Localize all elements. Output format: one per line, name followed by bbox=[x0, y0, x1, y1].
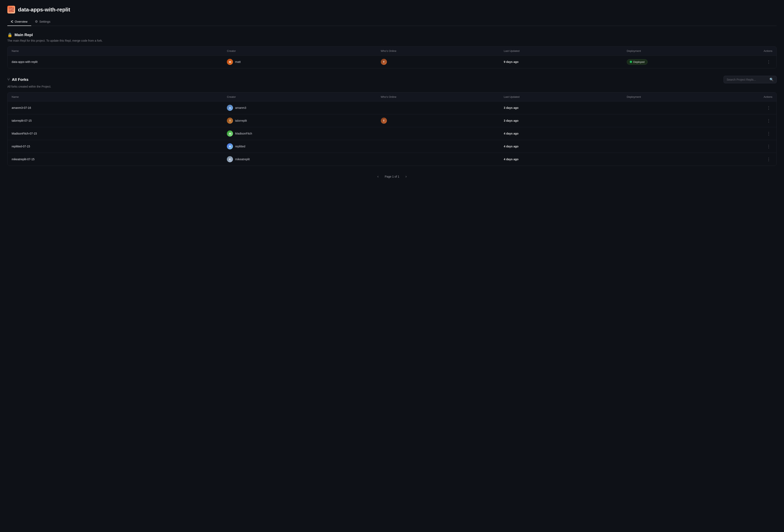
search-box[interactable]: 🔍 bbox=[724, 76, 777, 83]
main-row-online: T bbox=[377, 56, 500, 68]
fork-row-online-2 bbox=[377, 127, 500, 140]
main-repl-table: Name Creator Who's Online Last Updated D… bbox=[7, 47, 777, 68]
main-col-creator: Creator bbox=[223, 47, 376, 56]
main-col-name: Name bbox=[7, 47, 223, 56]
online-user-avatar: T bbox=[381, 59, 387, 65]
tab-overview[interactable]: ⑆ Overview bbox=[7, 18, 31, 26]
fork-row-creator-2: M MadisonFitch bbox=[223, 127, 376, 140]
fork-row-updated-1: 3 days ago bbox=[500, 114, 623, 127]
fork-row-deployment-2 bbox=[623, 127, 730, 140]
all-forks-title-group: ⑂ All Forks bbox=[7, 77, 28, 82]
forks-col-updated: Last Updated bbox=[500, 92, 623, 102]
deploy-status-dot bbox=[630, 61, 632, 63]
main-col-online: Who's Online bbox=[377, 47, 500, 56]
fork-row-actions-1: ⋮ bbox=[730, 114, 777, 127]
fork-actions-button-1[interactable]: ⋮ bbox=[765, 118, 773, 123]
tab-overview-label: Overview bbox=[15, 20, 28, 23]
tab-settings-label: Settings bbox=[39, 20, 50, 23]
all-forks-table: Name Creator Who's Online Last Updated D… bbox=[7, 92, 777, 166]
all-forks-title: All Forks bbox=[12, 77, 28, 82]
main-repl-section: 🔒 Main Repl The main Repl for this proje… bbox=[7, 32, 777, 68]
settings-icon: ⚙ bbox=[35, 20, 38, 24]
creator-avatar: M bbox=[227, 59, 233, 65]
fork-icon: ⑂ bbox=[7, 77, 10, 82]
fork-creator-avatar-2: M bbox=[227, 131, 233, 137]
forks-col-actions: Actions bbox=[730, 92, 777, 102]
fork-row-actions-4: ⋮ bbox=[730, 153, 777, 166]
main-repl-title: Main Repl bbox=[15, 33, 33, 37]
all-forks-table-header-row: Name Creator Who's Online Last Updated D… bbox=[7, 92, 777, 102]
forks-col-creator: Creator bbox=[223, 92, 376, 102]
table-row: amanm3-07-16 A amanm3 3 days ago ⋮ bbox=[7, 102, 777, 114]
online-user-avatar: T bbox=[381, 118, 387, 124]
search-input[interactable] bbox=[727, 78, 767, 81]
table-row: data-apps-with-replit M matt T 9 days ag… bbox=[7, 56, 777, 68]
fork-row-online-3 bbox=[377, 140, 500, 153]
main-row-deployment: Deployed bbox=[623, 56, 730, 68]
fork-row-actions-2: ⋮ bbox=[730, 127, 777, 140]
fork-row-deployment-0 bbox=[623, 102, 730, 114]
fork-row-name-0: amanm3-07-16 bbox=[7, 102, 223, 114]
fork-creator-avatar-4: K bbox=[227, 156, 233, 162]
tab-settings[interactable]: ⚙ Settings bbox=[31, 18, 54, 26]
fork-row-name-2: MadisonFitch-07-15 bbox=[7, 127, 223, 140]
page-header: 🧱 data-apps-with-replit bbox=[7, 6, 777, 13]
prev-page-button[interactable]: ‹ bbox=[375, 173, 381, 180]
main-repl-title-group: 🔒 Main Repl bbox=[7, 32, 33, 37]
all-forks-table-container: Name Creator Who's Online Last Updated D… bbox=[7, 92, 777, 166]
fork-creator-avatar-3: R bbox=[227, 143, 233, 149]
main-row-updated: 9 days ago bbox=[500, 56, 623, 68]
fork-row-creator-1: T talorreplit bbox=[223, 114, 376, 127]
fork-actions-button-2[interactable]: ⋮ bbox=[765, 131, 773, 136]
fork-actions-button-4[interactable]: ⋮ bbox=[765, 157, 773, 162]
fork-row-online-4 bbox=[377, 153, 500, 166]
deployment-badge: Deployed bbox=[627, 59, 648, 65]
table-row: talorreplit-07-15 T talorreplit T 3 days… bbox=[7, 114, 777, 127]
fork-creator-avatar-0: A bbox=[227, 105, 233, 111]
table-row: MadisonFitch-07-15 M MadisonFitch 4 days… bbox=[7, 127, 777, 140]
fork-row-name-1: talorreplit-07-15 bbox=[7, 114, 223, 127]
fork-row-actions-3: ⋮ bbox=[730, 140, 777, 153]
fork-actions-button-0[interactable]: ⋮ bbox=[765, 105, 773, 111]
fork-row-deployment-3 bbox=[623, 140, 730, 153]
fork-row-updated-3: 4 days ago bbox=[500, 140, 623, 153]
fork-row-creator-0: A amanm3 bbox=[223, 102, 376, 114]
pagination: ‹ Page 1 of 1 › bbox=[7, 173, 777, 184]
fork-row-name-4: mikeatreplit-07-15 bbox=[7, 153, 223, 166]
fork-row-creator-3: R replitted bbox=[223, 140, 376, 153]
fork-row-updated-2: 4 days ago bbox=[500, 127, 623, 140]
main-col-updated: Last Updated bbox=[500, 47, 623, 56]
forks-col-online: Who's Online bbox=[377, 92, 500, 102]
lock-icon: 🔒 bbox=[7, 32, 12, 37]
tab-nav: ⑆ Overview ⚙ Settings bbox=[7, 18, 777, 26]
fork-row-online-0 bbox=[377, 102, 500, 114]
overview-icon: ⑆ bbox=[11, 20, 13, 24]
main-repl-table-header-row: Name Creator Who's Online Last Updated D… bbox=[7, 47, 777, 56]
main-row-actions-button[interactable]: ⋮ bbox=[765, 59, 773, 65]
table-row: mikeatreplit-07-15 K mikeatreplit 4 days… bbox=[7, 153, 777, 166]
main-col-deployment: Deployment bbox=[623, 47, 730, 56]
main-row-creator: M matt bbox=[223, 56, 376, 68]
table-row: replitted-07-15 R replitted 4 days ago ⋮ bbox=[7, 140, 777, 153]
page-title: data-apps-with-replit bbox=[18, 6, 70, 13]
fork-row-updated-0: 3 days ago bbox=[500, 102, 623, 114]
fork-row-creator-4: K mikeatreplit bbox=[223, 153, 376, 166]
fork-row-online-1: T bbox=[377, 114, 500, 127]
project-icon: 🧱 bbox=[7, 6, 15, 13]
main-repl-table-container: Name Creator Who's Online Last Updated D… bbox=[7, 46, 777, 68]
fork-row-deployment-1 bbox=[623, 114, 730, 127]
fork-row-actions-0: ⋮ bbox=[730, 102, 777, 114]
fork-actions-button-3[interactable]: ⋮ bbox=[765, 143, 773, 149]
fork-row-deployment-4 bbox=[623, 153, 730, 166]
main-repl-header: 🔒 Main Repl bbox=[7, 32, 777, 37]
main-repl-description: The main Repl for this project. To updat… bbox=[7, 39, 777, 42]
main-col-actions: Actions bbox=[730, 47, 777, 56]
page-info: Page 1 of 1 bbox=[385, 175, 399, 178]
all-forks-description: All forks created within the Project. bbox=[7, 85, 777, 88]
next-page-button[interactable]: › bbox=[403, 173, 409, 180]
main-row-name: data-apps-with-replit bbox=[7, 56, 223, 68]
all-forks-header: ⑂ All Forks 🔍 bbox=[7, 76, 777, 83]
search-icon-button[interactable]: 🔍 bbox=[769, 78, 774, 81]
all-forks-section: ⑂ All Forks 🔍 All forks created within t… bbox=[7, 76, 777, 166]
forks-col-name: Name bbox=[7, 92, 223, 102]
